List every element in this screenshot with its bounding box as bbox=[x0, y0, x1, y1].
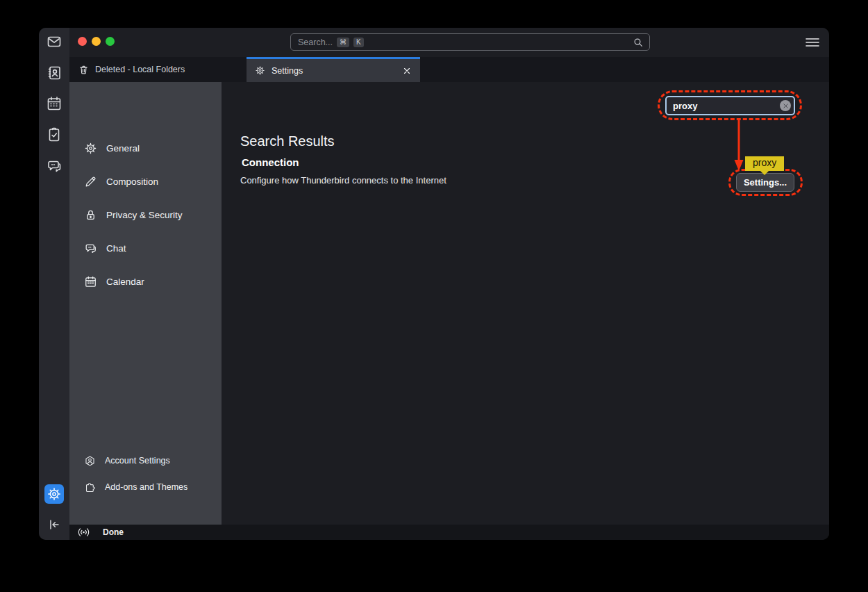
nav-item-label: General bbox=[106, 143, 140, 154]
chat-icon bbox=[46, 158, 62, 174]
addressbook-space-button[interactable] bbox=[44, 63, 64, 83]
kbd-k-badge: K bbox=[353, 38, 364, 47]
main-column: Search... ⌘ K Deleted - Local Folde bbox=[69, 28, 829, 540]
hamburger-icon bbox=[806, 37, 819, 48]
annotation-tooltip: proxy bbox=[745, 156, 784, 171]
settings-space-button[interactable] bbox=[44, 484, 64, 504]
section-description: Configure how Thunderbird connects to th… bbox=[240, 175, 446, 186]
search-results-pane: Search Results Connection Configure how … bbox=[222, 82, 829, 525]
nav-item-addons-themes[interactable]: Add-ons and Themes bbox=[69, 474, 222, 500]
tab-settings[interactable]: Settings bbox=[247, 57, 420, 82]
chat-space-button[interactable] bbox=[44, 156, 64, 176]
titlebar: Search... ⌘ K bbox=[69, 28, 829, 57]
chat-icon bbox=[84, 242, 97, 255]
gear-icon bbox=[84, 142, 97, 155]
global-search-bar[interactable]: Search... ⌘ K bbox=[290, 33, 650, 51]
settings-content: General Composition Privacy & Security bbox=[69, 82, 829, 525]
mail-space-button[interactable] bbox=[44, 32, 64, 51]
tab-label: Deleted - Local Folders bbox=[95, 65, 185, 74]
collapse-spaces-button[interactable] bbox=[44, 515, 64, 534]
status-text: Done bbox=[103, 527, 124, 537]
tab-label: Settings bbox=[272, 66, 303, 76]
settings-search-field bbox=[665, 96, 795, 115]
calendar-icon bbox=[46, 95, 62, 112]
nav-item-label: Account Settings bbox=[105, 456, 170, 466]
address-book-icon bbox=[46, 65, 62, 81]
spaces-toolbar bbox=[39, 28, 69, 540]
lock-icon bbox=[84, 208, 97, 222]
nav-item-calendar[interactable]: Calendar bbox=[69, 265, 222, 298]
settings-nav-footer: Account Settings Add-ons and Themes bbox=[69, 447, 222, 500]
search-icon bbox=[633, 37, 644, 48]
collapse-icon bbox=[47, 517, 62, 532]
page-title: Search Results bbox=[240, 133, 335, 149]
nav-item-label: Chat bbox=[106, 243, 126, 254]
pencil-icon bbox=[84, 175, 97, 188]
nav-item-general[interactable]: General bbox=[69, 131, 222, 165]
nav-item-account-settings[interactable]: Account Settings bbox=[69, 447, 222, 474]
gear-icon bbox=[255, 65, 265, 76]
kbd-cmd-badge: ⌘ bbox=[337, 38, 349, 47]
tab-deleted-local-folders[interactable]: Deleted - Local Folders bbox=[78, 57, 185, 82]
minimize-window-button[interactable] bbox=[92, 37, 101, 46]
trash-icon bbox=[78, 65, 89, 75]
close-window-button[interactable] bbox=[78, 37, 87, 46]
mail-icon bbox=[46, 33, 62, 50]
clear-search-button[interactable] bbox=[780, 100, 791, 111]
nav-item-label: Add-ons and Themes bbox=[105, 482, 187, 492]
account-hexagon-icon bbox=[84, 455, 96, 467]
settings-sidebar: General Composition Privacy & Security bbox=[69, 82, 222, 525]
status-bar: Done bbox=[69, 525, 829, 540]
zoom-window-button[interactable] bbox=[106, 37, 115, 46]
calendar-icon bbox=[84, 275, 97, 288]
broadcast-icon bbox=[77, 527, 90, 538]
app-menu-button[interactable] bbox=[804, 35, 821, 50]
puzzle-icon bbox=[84, 482, 96, 493]
search-placeholder: Search... bbox=[298, 38, 333, 47]
tab-bar: Deleted - Local Folders Settings bbox=[69, 57, 829, 82]
thunderbird-window: Search... ⌘ K Deleted - Local Folde bbox=[39, 28, 829, 540]
settings-nav-list: General Composition Privacy & Security bbox=[69, 131, 222, 298]
calendar-space-button[interactable] bbox=[44, 94, 64, 113]
nav-item-label: Composition bbox=[106, 176, 158, 187]
close-tab-button[interactable] bbox=[402, 66, 412, 76]
gear-icon bbox=[47, 486, 62, 502]
nav-item-label: Calendar bbox=[106, 277, 144, 287]
tasks-icon bbox=[46, 126, 62, 143]
section-title: Connection bbox=[242, 156, 299, 168]
nav-item-privacy-security[interactable]: Privacy & Security bbox=[69, 198, 222, 231]
nav-item-label: Privacy & Security bbox=[106, 210, 183, 220]
nav-item-chat[interactable]: Chat bbox=[69, 231, 222, 265]
settings-search-input[interactable] bbox=[665, 96, 795, 115]
nav-item-composition[interactable]: Composition bbox=[69, 165, 222, 198]
tasks-space-button[interactable] bbox=[44, 125, 64, 145]
